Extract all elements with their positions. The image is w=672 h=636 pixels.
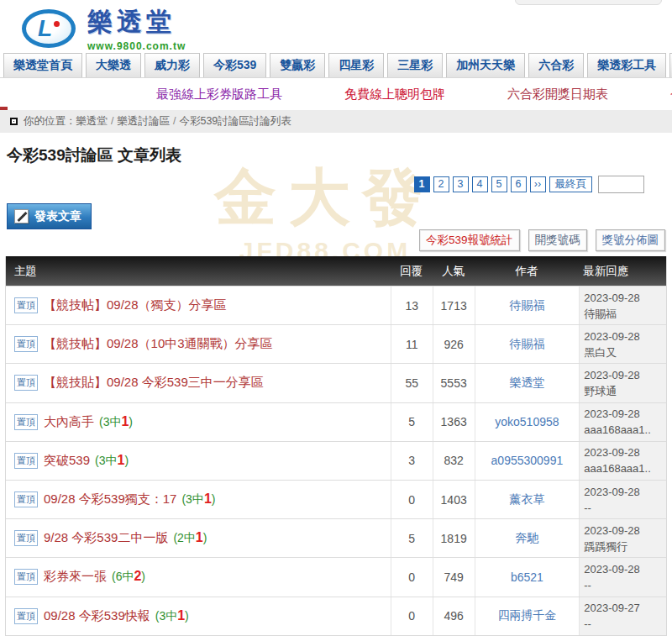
new-post-button[interactable]: 發表文章 bbox=[7, 203, 92, 229]
latest-reply-user: 待賜福 bbox=[584, 306, 666, 322]
table-row: 置頂09/28 今彩539獨支：17(3中1)01403薰衣草2023-09-2… bbox=[6, 480, 666, 518]
author-link[interactable]: 四兩搏千金 bbox=[497, 608, 556, 623]
pencil-paper-icon bbox=[14, 209, 29, 223]
main-nav-item-6[interactable]: 三星彩 bbox=[387, 53, 443, 77]
pagination-page-6[interactable]: 6 bbox=[511, 176, 527, 192]
author-link[interactable]: yoko510958 bbox=[495, 415, 559, 428]
tool-nav: 最強線上彩券版路工具免費線上聰明包牌六合彩開獎日期表今 bbox=[0, 81, 672, 107]
hit-rate-tag-num: 1 bbox=[177, 608, 185, 623]
cell-latest-reply: 2023-09-28野球通 bbox=[579, 364, 666, 402]
cell-replies: 0 bbox=[391, 558, 433, 596]
header-topic: 主題 bbox=[6, 264, 391, 279]
stat-link-2[interactable]: 獎號分佈圖 bbox=[596, 229, 666, 251]
table-row: 置頂大內高手(3中1)51363yoko5109582023-09-28aaa1… bbox=[6, 402, 666, 441]
hit-rate-tag: (3中1) bbox=[99, 414, 133, 430]
topic-link[interactable]: 9/28 今彩539二中一版 bbox=[44, 530, 168, 546]
pagination-last-button[interactable]: 最終頁 bbox=[549, 176, 593, 192]
cell-author: yoko510958 bbox=[475, 403, 580, 441]
cell-views: 749 bbox=[433, 558, 475, 596]
cell-topic: 置頂【競技貼】09/28 今彩539三中一分享區 bbox=[6, 364, 391, 402]
author-link[interactable]: 待賜福 bbox=[509, 298, 544, 313]
topic-link[interactable]: 09/28 今彩539獨支：17 bbox=[44, 491, 176, 507]
table-row: 置頂突破539(3中1)3832a09553009912023-09-28aaa… bbox=[6, 441, 666, 480]
author-link[interactable]: 樂透堂 bbox=[509, 376, 544, 391]
watermark-line1: 金大發 bbox=[214, 156, 436, 240]
pinned-badge: 置頂 bbox=[14, 530, 38, 546]
pagination-page-5[interactable]: 5 bbox=[491, 176, 507, 192]
pagination-page-3[interactable]: 3 bbox=[453, 176, 469, 192]
main-nav-item-4[interactable]: 雙贏彩 bbox=[270, 53, 325, 77]
topics-table: 主題 回覆 人氣 作者 最新回應 置頂【競技帖】09/28（獨支）分享區1317… bbox=[5, 256, 667, 636]
table-row: 置頂彩券來一張(6中2)0749b65212023-09-28-- bbox=[6, 557, 666, 596]
latest-reply-date: 2023-09-27 bbox=[584, 600, 666, 616]
hit-rate-tag: (3中1) bbox=[181, 491, 215, 507]
hit-rate-tag-close: ) bbox=[129, 415, 133, 428]
main-nav-item-9[interactable]: 樂透彩工具 bbox=[587, 53, 666, 77]
cell-views: 1819 bbox=[433, 519, 475, 557]
topic-link[interactable]: 【競技帖】09/28（10中3通關戰）分享區 bbox=[44, 336, 273, 352]
stat-link-0[interactable]: 今彩539報號統計 bbox=[419, 229, 520, 251]
hit-rate-tag-pre: (3中 bbox=[181, 492, 203, 506]
logo-texts: 樂透堂 www.9800.com.tw bbox=[87, 5, 186, 52]
topic-link[interactable]: 【競技帖】09/28（獨支）分享區 bbox=[44, 297, 227, 313]
hit-rate-tag-num: 1 bbox=[196, 530, 203, 544]
tool-nav-item-2[interactable]: 六合彩開獎日期表 bbox=[507, 87, 608, 102]
cell-latest-reply: 2023-09-27-- bbox=[579, 597, 666, 635]
page-title: 今彩539討論區 文章列表 bbox=[7, 145, 181, 166]
cell-author: 薰衣草 bbox=[475, 481, 580, 518]
pagination-next-button[interactable]: ›› bbox=[530, 176, 546, 192]
latest-reply-user: 踽踽獨行 bbox=[584, 539, 666, 555]
breadcrumb-part-1[interactable]: 樂透討論區 bbox=[117, 115, 170, 127]
cell-latest-reply: 2023-09-28aaa168aaa1.. bbox=[579, 442, 666, 480]
tool-nav-item-0[interactable]: 最強線上彩券版路工具 bbox=[156, 87, 282, 102]
site-logo[interactable]: L 樂透堂 www.9800.com.tw bbox=[22, 5, 186, 52]
hit-rate-tag: (6中2) bbox=[112, 569, 145, 585]
hit-rate-tag-pre: (3中 bbox=[99, 415, 121, 428]
pinned-badge: 置頂 bbox=[14, 375, 38, 391]
main-nav-item-8[interactable]: 六合彩 bbox=[528, 53, 584, 77]
cell-author: 待賜福 bbox=[475, 286, 580, 324]
author-link[interactable]: a0955300991 bbox=[491, 454, 564, 467]
author-link[interactable]: b6521 bbox=[511, 570, 543, 584]
hit-rate-tag: (2中1) bbox=[173, 530, 207, 546]
main-nav: 樂透堂首頁大樂透威力彩今彩539雙贏彩四星彩三星彩加州天天樂六合彩樂透彩工具開 bbox=[0, 53, 672, 78]
breadcrumb-part-0[interactable]: 樂透堂 bbox=[76, 115, 108, 127]
topic-link[interactable]: 大內高手 bbox=[44, 414, 94, 430]
logo-icon: L bbox=[22, 9, 76, 48]
stat-link-1[interactable]: 開獎號碼 bbox=[528, 229, 587, 251]
cell-author: 樂透堂 bbox=[475, 364, 580, 402]
pagination-page-4[interactable]: 4 bbox=[472, 176, 488, 192]
hit-rate-tag: (3中1) bbox=[155, 608, 189, 624]
cell-author: b6521 bbox=[475, 558, 580, 596]
pagination-page-2[interactable]: 2 bbox=[433, 176, 449, 192]
cell-topic: 置頂【競技帖】09/28（獨支）分享區 bbox=[6, 286, 391, 324]
main-nav-item-0[interactable]: 樂透堂首頁 bbox=[3, 53, 82, 77]
hit-rate-tag-close: ) bbox=[203, 531, 207, 544]
breadcrumb-part-2: 今彩539討論區討論列表 bbox=[179, 115, 291, 127]
topic-link[interactable]: 09/28 今彩539快報 bbox=[44, 608, 150, 624]
main-nav-item-2[interactable]: 威力彩 bbox=[144, 53, 200, 77]
author-link[interactable]: 待賜福 bbox=[509, 337, 544, 352]
main-nav-item-3[interactable]: 今彩539 bbox=[203, 53, 266, 77]
logo-dot-icon bbox=[54, 21, 60, 27]
latest-reply-user: aaa168aaa1.. bbox=[584, 460, 666, 476]
author-link[interactable]: 奔馳 bbox=[515, 531, 538, 546]
author-link[interactable]: 薰衣草 bbox=[509, 492, 544, 507]
main-nav-item-7[interactable]: 加州天天樂 bbox=[446, 53, 525, 77]
cell-latest-reply: 2023-09-28-- bbox=[579, 481, 666, 518]
stat-links: 今彩539報號統計開獎號碼獎號分佈圖 bbox=[419, 229, 665, 251]
topic-link[interactable]: 彩券來一張 bbox=[44, 569, 107, 585]
table-header: 主題 回覆 人氣 作者 最新回應 bbox=[6, 256, 666, 286]
page-jump-input[interactable] bbox=[598, 176, 644, 193]
topic-link[interactable]: 突破539 bbox=[44, 453, 90, 469]
hit-rate-tag-close: ) bbox=[141, 570, 145, 583]
cell-topic: 置頂突破539(3中1) bbox=[6, 442, 391, 480]
latest-reply-user: -- bbox=[584, 500, 666, 516]
pagination-page-1[interactable]: 1 bbox=[414, 176, 430, 192]
tool-nav-item-1[interactable]: 免費線上聰明包牌 bbox=[344, 87, 445, 102]
main-nav-item-5[interactable]: 四星彩 bbox=[328, 53, 384, 77]
cell-author: 待賜福 bbox=[475, 325, 580, 363]
table-row: 置頂【競技帖】09/28（10中3通關戰）分享區11926待賜福2023-09-… bbox=[6, 324, 666, 363]
main-nav-item-1[interactable]: 大樂透 bbox=[86, 53, 141, 77]
topic-link[interactable]: 【競技貼】09/28 今彩539三中一分享區 bbox=[44, 375, 264, 391]
